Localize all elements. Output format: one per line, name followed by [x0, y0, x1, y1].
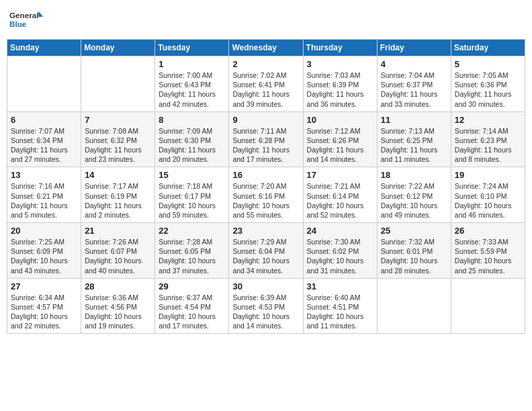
weekday-header: Saturday	[451, 40, 525, 56]
calendar-week-row: 6Sunrise: 7:07 AMSunset: 6:34 PMDaylight…	[7, 111, 525, 167]
calendar-cell: 18Sunrise: 7:22 AMSunset: 6:12 PMDayligh…	[377, 167, 451, 223]
calendar-cell: 5Sunrise: 7:05 AMSunset: 6:36 PMDaylight…	[451, 56, 525, 112]
day-number: 12	[455, 115, 521, 125]
day-number: 3	[307, 59, 373, 69]
day-number: 13	[11, 170, 77, 180]
day-info: Sunrise: 7:11 AMSunset: 6:28 PMDaylight:…	[232, 126, 299, 165]
calendar-cell: 8Sunrise: 7:09 AMSunset: 6:30 PMDaylight…	[155, 111, 229, 167]
calendar-cell: 19Sunrise: 7:24 AMSunset: 6:10 PMDayligh…	[451, 167, 525, 223]
day-number: 23	[232, 226, 299, 236]
day-number: 4	[381, 59, 447, 69]
day-number: 24	[307, 226, 373, 236]
day-info: Sunrise: 7:29 AMSunset: 6:04 PMDaylight:…	[232, 237, 299, 275]
day-info: Sunrise: 7:28 AMSunset: 6:05 PMDaylight:…	[159, 237, 225, 275]
day-number: 14	[85, 170, 151, 180]
day-info: Sunrise: 7:04 AMSunset: 6:37 PMDaylight:…	[381, 71, 447, 109]
calendar-cell: 10Sunrise: 7:12 AMSunset: 6:26 PMDayligh…	[303, 111, 377, 167]
calendar-cell: 15Sunrise: 7:18 AMSunset: 6:17 PMDayligh…	[155, 167, 229, 223]
calendar-cell: 27Sunrise: 6:34 AMSunset: 4:57 PMDayligh…	[7, 278, 81, 334]
day-info: Sunrise: 7:32 AMSunset: 6:01 PMDaylight:…	[381, 237, 447, 275]
calendar-cell: 14Sunrise: 7:17 AMSunset: 6:19 PMDayligh…	[81, 167, 155, 223]
day-number: 19	[455, 170, 521, 180]
calendar-cell: 13Sunrise: 7:16 AMSunset: 6:21 PMDayligh…	[7, 167, 81, 223]
day-info: Sunrise: 7:30 AMSunset: 6:02 PMDaylight:…	[307, 237, 373, 275]
calendar-cell: 6Sunrise: 7:07 AMSunset: 6:34 PMDaylight…	[7, 111, 81, 167]
calendar-cell: 1Sunrise: 7:00 AMSunset: 6:43 PMDaylight…	[155, 56, 229, 112]
calendar-cell: 9Sunrise: 7:11 AMSunset: 6:28 PMDaylight…	[229, 111, 303, 167]
calendar-week-row: 13Sunrise: 7:16 AMSunset: 6:21 PMDayligh…	[7, 167, 525, 223]
day-number: 5	[455, 59, 521, 69]
day-info: Sunrise: 7:22 AMSunset: 6:12 PMDaylight:…	[381, 181, 447, 220]
calendar-cell: 23Sunrise: 7:29 AMSunset: 6:04 PMDayligh…	[229, 223, 303, 279]
weekday-header: Monday	[81, 40, 155, 56]
calendar-cell	[81, 56, 155, 112]
day-info: Sunrise: 7:26 AMSunset: 6:07 PMDaylight:…	[85, 237, 151, 275]
weekday-header: Tuesday	[155, 40, 229, 56]
day-info: Sunrise: 7:09 AMSunset: 6:30 PMDaylight:…	[159, 126, 225, 165]
day-number: 27	[11, 281, 77, 291]
calendar-cell	[451, 278, 525, 334]
day-info: Sunrise: 6:34 AMSunset: 4:57 PMDaylight:…	[11, 293, 77, 331]
svg-text:Blue: Blue	[9, 19, 27, 28]
day-number: 16	[232, 170, 299, 180]
day-number: 10	[307, 115, 373, 125]
day-number: 8	[159, 115, 225, 125]
calendar-cell: 17Sunrise: 7:21 AMSunset: 6:14 PMDayligh…	[303, 167, 377, 223]
day-info: Sunrise: 7:02 AMSunset: 6:41 PMDaylight:…	[232, 71, 299, 109]
day-number: 28	[85, 281, 151, 291]
weekday-header: Friday	[377, 40, 451, 56]
day-info: Sunrise: 7:08 AMSunset: 6:32 PMDaylight:…	[85, 126, 151, 165]
calendar-cell: 3Sunrise: 7:03 AMSunset: 6:39 PMDaylight…	[303, 56, 377, 112]
calendar-cell: 25Sunrise: 7:32 AMSunset: 6:01 PMDayligh…	[377, 223, 451, 279]
day-info: Sunrise: 7:14 AMSunset: 6:23 PMDaylight:…	[455, 126, 521, 165]
calendar-cell: 4Sunrise: 7:04 AMSunset: 6:37 PMDaylight…	[377, 56, 451, 112]
day-info: Sunrise: 7:25 AMSunset: 6:09 PMDaylight:…	[11, 237, 77, 275]
calendar-week-row: 20Sunrise: 7:25 AMSunset: 6:09 PMDayligh…	[7, 223, 525, 279]
calendar-cell: 11Sunrise: 7:13 AMSunset: 6:25 PMDayligh…	[377, 111, 451, 167]
day-number: 17	[307, 170, 373, 180]
weekday-header-row: SundayMondayTuesdayWednesdayThursdayFrid…	[7, 40, 525, 56]
logo: General Blue	[9, 7, 43, 34]
day-info: Sunrise: 6:39 AMSunset: 4:53 PMDaylight:…	[232, 293, 299, 331]
day-number: 22	[159, 226, 225, 236]
day-number: 25	[381, 226, 447, 236]
calendar-cell	[377, 278, 451, 334]
day-number: 2	[232, 59, 299, 69]
calendar-cell: 29Sunrise: 6:37 AMSunset: 4:54 PMDayligh…	[155, 278, 229, 334]
day-info: Sunrise: 7:21 AMSunset: 6:14 PMDaylight:…	[307, 181, 373, 220]
day-info: Sunrise: 7:13 AMSunset: 6:25 PMDaylight:…	[381, 126, 447, 165]
day-info: Sunrise: 7:12 AMSunset: 6:26 PMDaylight:…	[307, 126, 373, 165]
calendar-week-row: 27Sunrise: 6:34 AMSunset: 4:57 PMDayligh…	[7, 278, 525, 334]
day-info: Sunrise: 7:18 AMSunset: 6:17 PMDaylight:…	[159, 181, 225, 220]
svg-text:General: General	[9, 11, 38, 19]
day-number: 21	[85, 226, 151, 236]
calendar-week-row: 1Sunrise: 7:00 AMSunset: 6:43 PMDaylight…	[7, 56, 525, 112]
day-info: Sunrise: 6:37 AMSunset: 4:54 PMDaylight:…	[159, 293, 225, 331]
day-number: 29	[159, 281, 225, 291]
day-info: Sunrise: 7:03 AMSunset: 6:39 PMDaylight:…	[307, 71, 373, 109]
calendar-cell	[7, 56, 81, 112]
day-info: Sunrise: 6:40 AMSunset: 4:51 PMDaylight:…	[307, 293, 373, 331]
weekday-header: Thursday	[303, 40, 377, 56]
day-number: 7	[85, 115, 151, 125]
calendar-cell: 24Sunrise: 7:30 AMSunset: 6:02 PMDayligh…	[303, 223, 377, 279]
day-info: Sunrise: 6:36 AMSunset: 4:56 PMDaylight:…	[85, 293, 151, 331]
day-info: Sunrise: 7:24 AMSunset: 6:10 PMDaylight:…	[455, 181, 521, 220]
day-number: 11	[381, 115, 447, 125]
calendar-cell: 12Sunrise: 7:14 AMSunset: 6:23 PMDayligh…	[451, 111, 525, 167]
svg-marker-2	[38, 11, 43, 17]
calendar-cell: 7Sunrise: 7:08 AMSunset: 6:32 PMDaylight…	[81, 111, 155, 167]
calendar-cell: 30Sunrise: 6:39 AMSunset: 4:53 PMDayligh…	[229, 278, 303, 334]
calendar-cell: 21Sunrise: 7:26 AMSunset: 6:07 PMDayligh…	[81, 223, 155, 279]
day-info: Sunrise: 7:33 AMSunset: 5:59 PMDaylight:…	[455, 237, 521, 275]
day-info: Sunrise: 7:17 AMSunset: 6:19 PMDaylight:…	[85, 181, 151, 220]
day-info: Sunrise: 7:20 AMSunset: 6:16 PMDaylight:…	[232, 181, 299, 220]
day-number: 30	[232, 281, 299, 291]
day-info: Sunrise: 7:16 AMSunset: 6:21 PMDaylight:…	[11, 181, 77, 220]
weekday-header: Wednesday	[229, 40, 303, 56]
day-number: 20	[11, 226, 77, 236]
day-number: 18	[381, 170, 447, 180]
weekday-header: Sunday	[7, 40, 81, 56]
calendar-cell: 28Sunrise: 6:36 AMSunset: 4:56 PMDayligh…	[81, 278, 155, 334]
day-number: 1	[159, 59, 225, 69]
